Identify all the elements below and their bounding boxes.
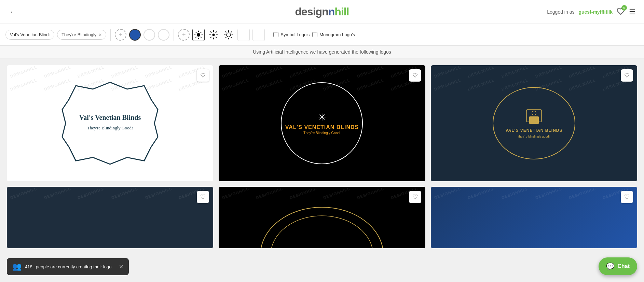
- logo3-inner: VAL'S VENETIAN BLINDS they're blindingly…: [431, 65, 637, 181]
- partial-svg: [219, 187, 425, 248]
- favorite-logo-5[interactable]: ♡: [409, 191, 421, 203]
- svg-line-6: [201, 37, 201, 37]
- toolbar: Val's Venetian Blind: They're Blindingly…: [0, 24, 644, 46]
- svg-line-27: [231, 31, 232, 32]
- logo-design: design: [295, 5, 328, 18]
- notification-bar: 👥 418 people are currently creating thei…: [7, 258, 129, 275]
- svg-point-38: [271, 216, 373, 248]
- svg-line-26: [231, 37, 232, 38]
- color-empty-2[interactable]: [158, 29, 169, 41]
- add-shape-button[interactable]: +: [178, 29, 190, 41]
- favorites-button[interactable]: 0: [617, 7, 625, 17]
- notification-icon: 👥: [12, 262, 22, 271]
- logo-card-5[interactable]: ♡ DESIGNHILLDESIGNHILLDESIGNHILL DESIGNH…: [219, 187, 425, 248]
- svg-point-0: [197, 33, 201, 37]
- logo-card-3[interactable]: ♡ DESIGNHILLDESIGNHILLDESIGNHILL DESIGNH…: [431, 65, 637, 181]
- logo-hill: hill: [334, 5, 349, 18]
- divider-3: [269, 29, 269, 41]
- svg-text:VAL'S VENETIAN BLINDS: VAL'S VENETIAN BLINDS: [505, 128, 562, 133]
- svg-line-14: [210, 31, 212, 33]
- symbol-logos-label[interactable]: Symbol Logo's: [273, 32, 310, 37]
- svg-line-15: [216, 37, 217, 38]
- favorite-logo-2[interactable]: ♡: [409, 69, 421, 82]
- tag-val-label: Val's Venetian Blind:: [10, 32, 50, 37]
- header: ← designnhill Logged in as guest-myfflit…: [0, 0, 644, 24]
- favorite-logo-6[interactable]: ♡: [621, 191, 633, 203]
- notification-count: 418: [25, 264, 32, 269]
- favorite-logo-4[interactable]: ♡: [197, 191, 209, 203]
- menu-button[interactable]: ☰: [629, 8, 636, 16]
- back-button[interactable]: ←: [8, 6, 18, 18]
- svg-line-25: [225, 31, 227, 32]
- favorite-logo-3[interactable]: ♡: [621, 69, 633, 82]
- logged-in-prefix: Logged in as: [547, 9, 574, 15]
- sun-icon-solid[interactable]: [192, 29, 205, 41]
- svg-point-34: [532, 111, 536, 115]
- logo-card-2[interactable]: ♡ DESIGNHILLDESIGNHILLDESIGNHILL DESIGNH…: [219, 65, 425, 181]
- svg-point-20: [227, 32, 231, 37]
- monogram-logos-checkbox[interactable]: [312, 32, 317, 37]
- tag-theyre-label: They're Blindingly: [61, 32, 96, 37]
- logo-card-1[interactable]: ♡ DESIGNHILLDESIGNHILLDESIGNHILL DESIGNH…: [7, 65, 213, 181]
- monogram-logos-text: Monogram Logo's: [319, 32, 355, 37]
- symbol-logos-text: Symbol Logo's: [280, 32, 310, 37]
- username[interactable]: guest-myfflitllk: [578, 9, 613, 15]
- color-empty-1[interactable]: [143, 29, 155, 41]
- svg-line-5: [196, 32, 196, 32]
- logo-card-4[interactable]: ♡ DESIGNHILLDESIGNHILLDESIGNHILL DESIGNH…: [7, 187, 213, 248]
- svg-line-17: [210, 37, 212, 38]
- sun-icon-sparkle[interactable]: [207, 29, 220, 41]
- logo: designnhill: [295, 5, 349, 18]
- watermark-6: DESIGNHILLDESIGNHILLDESIGNHILL DESIGNHIL…: [431, 187, 637, 248]
- svg-line-7: [201, 32, 201, 32]
- svg-line-8: [196, 37, 196, 37]
- sun-icon-circle[interactable]: [222, 29, 235, 41]
- favorite-logo-1[interactable]: ♡: [197, 69, 209, 82]
- tag-theyre-close-icon[interactable]: ✕: [98, 32, 102, 37]
- ai-banner-text: Using Artificial Intelligence we have ge…: [253, 49, 391, 55]
- shape-empty-1[interactable]: [237, 29, 250, 41]
- monogram-logos-label[interactable]: Monogram Logo's: [312, 32, 355, 37]
- svg-text:They're Blindingly Good!: They're Blindingly Good!: [87, 125, 133, 130]
- cloud-svg: VAL'S VENETIAN BLINDS they're blindingly…: [483, 79, 585, 168]
- header-right: Logged in as guest-myfflitllk 0 ☰: [547, 7, 636, 17]
- divider-1: [110, 29, 111, 41]
- watermark-4: DESIGNHILLDESIGNHILLDESIGNHILL DESIGNHIL…: [7, 187, 213, 248]
- ai-banner: Using Artificial Intelligence we have ge…: [0, 46, 644, 58]
- chat-button[interactable]: 💬 Chat: [599, 257, 637, 275]
- tag-theyre-blindingly[interactable]: They're Blindingly ✕: [57, 30, 106, 40]
- svg-rect-33: [529, 116, 539, 124]
- logo-n: n: [328, 5, 335, 18]
- add-color-button[interactable]: +: [115, 29, 126, 41]
- logo2-subtitle: They're Blindingly Good!: [303, 131, 341, 135]
- symbol-logos-checkbox[interactable]: [273, 32, 278, 37]
- svg-line-28: [225, 37, 227, 38]
- chat-icon: 💬: [606, 262, 615, 270]
- svg-text:they're blindingly good!: they're blindingly good!: [518, 135, 550, 138]
- color-blue[interactable]: [129, 29, 141, 41]
- chat-label: Chat: [617, 263, 630, 269]
- logo2-title: VAL'S VENETIAN BLINDS: [285, 124, 359, 130]
- shape-empty-2[interactable]: [252, 29, 265, 41]
- logo-card-6[interactable]: ♡ DESIGNHILLDESIGNHILLDESIGNHILL DESIGNH…: [431, 187, 637, 248]
- tag-val-venetian: Val's Venetian Blind:: [5, 30, 54, 40]
- logo-grid: ♡ DESIGNHILLDESIGNHILLDESIGNHILL DESIGNH…: [0, 58, 644, 255]
- favorites-count: 0: [621, 5, 627, 11]
- svg-point-37: [260, 207, 383, 248]
- badge-svg: Val's Venetian Blinds They're Blindingly…: [55, 75, 165, 171]
- logo2-inner: ✳ VAL'S VENETIAN BLINDS They're Blinding…: [219, 65, 425, 181]
- circle-logo: ✳ VAL'S VENETIAN BLINDS They're Blinding…: [281, 82, 363, 164]
- notification-close-icon[interactable]: ✕: [119, 264, 123, 270]
- sun-symbol: ✳: [318, 112, 326, 123]
- notification-text: people are currently creating their logo…: [36, 264, 113, 269]
- svg-line-16: [216, 31, 217, 33]
- svg-text:Val's Venetian Blinds: Val's Venetian Blinds: [79, 114, 141, 121]
- svg-point-9: [213, 33, 215, 36]
- divider-2: [174, 29, 174, 41]
